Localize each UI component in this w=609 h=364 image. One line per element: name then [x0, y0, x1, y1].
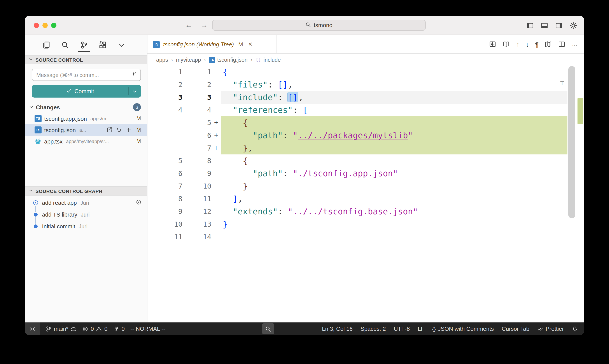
next-change-icon[interactable]: ↓ — [526, 41, 529, 48]
status-bar: main*000-- NORMAL -- Ln 3, Col 16Spaces:… — [25, 323, 584, 335]
tab-tsconfig-working-tree[interactable]: TS tsconfig.json (Working Tree) M × — [147, 35, 277, 53]
minimize-button[interactable] — [42, 23, 48, 28]
commit-message-input[interactable]: Message (⌘⏎ to comm... — [32, 69, 141, 81]
code-line: 5+ { — [147, 116, 568, 129]
radio-tower-icon — [113, 326, 119, 332]
layout-panel-icon[interactable] — [541, 22, 548, 29]
path-link[interactable]: ./tsconfig.app.json — [298, 169, 393, 178]
old-line-number — [147, 142, 182, 155]
open-changes-icon[interactable] — [489, 41, 496, 48]
code-token: [ — [303, 105, 308, 115]
code-token: } — [243, 143, 248, 153]
commit-row[interactable]: Initial commitJuri — [25, 221, 147, 232]
path-link[interactable]: ../../packages/mytslib — [298, 130, 408, 140]
more-actions-icon[interactable]: ··· — [572, 41, 577, 48]
code-line-content[interactable] — [221, 231, 568, 243]
remote-icon — [29, 326, 35, 332]
maximize-button[interactable] — [51, 23, 56, 28]
cursor-tab[interactable]: Cursor Tab — [502, 325, 530, 332]
layout-secondary-sidebar-icon[interactable] — [555, 22, 563, 29]
tab-close-button[interactable]: × — [248, 40, 252, 48]
changes-section-header[interactable]: Changes 3 — [25, 102, 147, 113]
scrollbar-thumb[interactable] — [568, 66, 575, 218]
code-token: : — [293, 105, 303, 115]
command-center[interactable]: tsmono — [212, 20, 426, 31]
code-line-content[interactable]: ], — [221, 193, 568, 205]
notifications-bell[interactable] — [572, 326, 578, 332]
code-line-content[interactable]: "path": "../../packages/mytslib" — [221, 129, 568, 142]
activity-source-control[interactable] — [80, 35, 88, 55]
commit-row[interactable]: add TS libraryJuri — [25, 209, 147, 221]
sparkle-icon[interactable] — [131, 71, 137, 77]
eol-selector[interactable]: LF — [418, 325, 424, 332]
open-preview-icon[interactable] — [503, 41, 510, 48]
breadcrumb-include[interactable]: include — [256, 57, 281, 63]
code-line-content[interactable]: "include": [], — [221, 91, 568, 104]
commit-row[interactable]: add react appJuri — [25, 197, 147, 209]
breadcrumb-tsconfig.json[interactable]: TStsconfig.json — [209, 57, 248, 63]
commit-button[interactable]: Commit — [32, 85, 128, 98]
stage-changes-icon[interactable] — [126, 127, 132, 133]
activity-extensions[interactable] — [99, 35, 107, 55]
code-line-content[interactable]: }, — [221, 142, 568, 155]
added-marker — [211, 218, 221, 231]
settings-gear-icon[interactable] — [570, 22, 577, 29]
commit-author: Juri — [79, 223, 88, 230]
code-line-content[interactable]: } — [221, 180, 568, 193]
activity-search[interactable] — [61, 35, 69, 55]
language-mode[interactable]: {}JSON with Comments — [432, 325, 494, 332]
split-editor-icon[interactable] — [558, 41, 565, 48]
commit-action[interactable] — [136, 199, 142, 207]
code-line-content[interactable]: { — [221, 66, 568, 78]
graph-section-header[interactable]: SOURCE CONTROL GRAPH — [25, 186, 147, 195]
git-branch-status[interactable]: main* — [46, 325, 77, 332]
old-line-number: 10 — [147, 218, 182, 231]
vim-mode[interactable]: -- NORMAL -- — [130, 325, 165, 332]
change-row-app.tsx[interactable]: app.tsxapps/myviteapp/sr...M — [25, 136, 147, 147]
change-row-tsconfig.app.json[interactable]: TStsconfig.app.jsonapps/m...M — [25, 113, 147, 124]
layout-sidebar-icon[interactable] — [526, 22, 534, 29]
code-line-content[interactable]: "path": "./tsconfig.app.json" — [221, 167, 568, 180]
change-row-tsconfig.json[interactable]: TStsconfig.jsona...M — [25, 124, 147, 136]
remote-indicator[interactable] — [25, 323, 40, 335]
code-line: 22 "files": [], — [147, 78, 568, 91]
source-control-section-header[interactable]: SOURCE CONTROL — [25, 55, 147, 64]
added-marker — [211, 231, 221, 243]
path-link[interactable]: ../../tsconfig.base.json — [293, 207, 413, 216]
breadcrumbs: apps›myviteapp›TStsconfig.json›include — [147, 54, 584, 66]
cursor-position[interactable]: Ln 3, Col 16 — [322, 325, 353, 332]
code-line-content[interactable]: "files": [], — [221, 78, 568, 91]
back-button[interactable]: ← — [185, 21, 193, 29]
commit-button-group: Commit — [32, 85, 141, 98]
zoom-indicator[interactable] — [262, 323, 274, 334]
cursor-tab-label: Cursor Tab — [502, 325, 530, 332]
activity-more[interactable] — [118, 35, 126, 55]
previous-change-icon[interactable]: ↑ — [516, 41, 519, 48]
code-line-content[interactable]: { — [221, 155, 568, 167]
breadcrumb-myviteapp[interactable]: myviteapp — [176, 57, 201, 63]
close-button[interactable] — [34, 23, 39, 28]
map-icon[interactable] — [545, 41, 552, 48]
code-token — [223, 181, 243, 191]
code-line-content[interactable]: "extends": "../../tsconfig.base.json" — [221, 205, 568, 218]
code-token: " — [293, 169, 298, 178]
formatter[interactable]: Prettier — [537, 325, 564, 332]
problems[interactable]: 00 — [82, 325, 108, 332]
pilcrow-icon[interactable]: ¶ — [535, 41, 538, 48]
indentation[interactable]: Spaces: 2 — [361, 325, 386, 332]
forward-button[interactable]: → — [200, 21, 208, 29]
discard-changes-icon[interactable] — [116, 127, 122, 133]
commit-dropdown-button[interactable] — [129, 85, 141, 98]
ports[interactable]: 0 — [113, 325, 124, 332]
code-line-content[interactable]: { — [221, 116, 568, 129]
old-line-number: 1 — [147, 66, 182, 78]
code-token: : — [283, 169, 293, 178]
added-marker — [211, 167, 221, 180]
code-line-content[interactable]: } — [221, 218, 568, 231]
encoding[interactable]: UTF-8 — [394, 325, 410, 332]
code-line-content[interactable]: "references": [ — [221, 104, 568, 116]
open-file-icon[interactable] — [106, 127, 112, 133]
breadcrumb-apps[interactable]: apps — [156, 57, 168, 63]
activity-explorer[interactable] — [42, 35, 50, 55]
magnifier-icon — [265, 326, 271, 332]
